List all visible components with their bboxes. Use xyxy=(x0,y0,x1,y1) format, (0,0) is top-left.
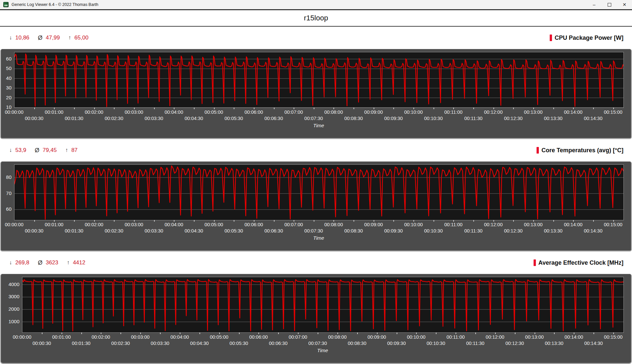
x-axis-label: 00:05:00 xyxy=(204,222,223,227)
min-value: 10,86 xyxy=(15,35,30,41)
x-axis-label: 00:07:00 xyxy=(284,222,303,227)
x-tick xyxy=(554,332,555,334)
legend-effective-clock: Average Effective Clock [MHz] xyxy=(534,259,623,266)
x-tick xyxy=(533,108,534,109)
x-tick xyxy=(258,332,259,334)
x-tick xyxy=(393,220,394,222)
x-axis-label: 00:11:30 xyxy=(466,341,484,346)
plot-canvas-effective-clock[interactable] xyxy=(22,277,624,333)
x-tick xyxy=(416,332,417,334)
max-arrow-icon: ↑ xyxy=(65,147,68,154)
chart-svg xyxy=(14,165,623,220)
x-tick xyxy=(453,108,454,109)
x-axis-label: 00:08:00 xyxy=(328,334,347,340)
x-tick xyxy=(574,332,574,334)
close-button[interactable]: ✕ xyxy=(617,0,632,9)
min-value: 53,9 xyxy=(15,147,26,154)
x-axis-label: 00:02:00 xyxy=(85,109,103,115)
x-axis-label: 00:05:00 xyxy=(204,109,223,115)
x-tick xyxy=(473,220,474,222)
y-axis-label: 4000 xyxy=(1,281,19,288)
x-axis-label: 00:06:00 xyxy=(249,334,268,340)
x-axis-label: 00:02:30 xyxy=(105,116,123,121)
x-tick xyxy=(613,220,614,222)
max-value: 4412 xyxy=(73,259,85,266)
app-window: Generic Log Viewer 6.4 - © 2022 Thomas B… xyxy=(0,0,632,364)
x-axis-label: 00:06:30 xyxy=(264,228,283,233)
x-axis-label: 00:09:30 xyxy=(387,341,406,346)
x-axis-label: 00:10:30 xyxy=(427,341,445,346)
min-arrow-icon: ↓ xyxy=(9,35,12,41)
x-tick xyxy=(453,220,454,222)
min-value: 269,8 xyxy=(15,259,30,266)
legend-label: Core Temperatures (avg) [°C] xyxy=(541,147,623,154)
x-tick xyxy=(234,220,234,222)
x-tick xyxy=(318,332,318,334)
chart-panel-cpu-power: 10203040506000:00:0000:01:0000:02:0000:0… xyxy=(0,49,632,139)
x-tick xyxy=(114,108,115,109)
x-axis-label: 00:14:30 xyxy=(584,341,603,346)
max-value: 65,00 xyxy=(74,35,89,41)
x-tick xyxy=(94,220,95,222)
x-axis-label: 00:11:30 xyxy=(464,116,482,121)
x-axis-label: 00:03:30 xyxy=(145,116,163,121)
maximize-button[interactable] xyxy=(602,0,617,9)
x-axis-label: 00:05:30 xyxy=(224,228,243,233)
x-tick xyxy=(593,220,594,222)
x-axis-label: 00:08:30 xyxy=(344,228,363,233)
minimize-button[interactable]: – xyxy=(587,0,602,9)
x-tick xyxy=(154,108,155,109)
x-axis-label: 00:12:30 xyxy=(504,228,522,233)
legend-color-bar xyxy=(534,259,536,266)
x-axis-label: 00:07:30 xyxy=(304,116,323,121)
x-axis-label: 00:14:00 xyxy=(564,109,582,115)
x-axis-label: 00:09:00 xyxy=(367,334,386,340)
x-tick xyxy=(495,332,496,334)
x-axis-label: 00:01:30 xyxy=(72,341,90,346)
x-axis-label: 00:05:30 xyxy=(229,341,248,346)
x-axis-label: 00:04:00 xyxy=(165,222,183,227)
max-arrow-icon: ↑ xyxy=(67,259,70,266)
x-tick xyxy=(254,108,254,109)
x-tick xyxy=(219,332,220,334)
x-axis-label: 00:07:30 xyxy=(304,228,323,233)
x-tick xyxy=(94,108,95,109)
x-axis-label: 00:02:00 xyxy=(85,222,103,227)
avg-value: 79,45 xyxy=(43,147,57,154)
x-tick xyxy=(294,220,294,222)
x-tick xyxy=(34,108,35,109)
x-tick xyxy=(613,108,614,109)
legend-color-bar xyxy=(537,147,539,154)
x-axis-label: 00:02:30 xyxy=(111,341,130,346)
stats-row: ↓ 53,9 Ø 79,45 ↑ 87 Core Temperatures (a… xyxy=(0,139,632,161)
legend-label: Average Effective Clock [MHz] xyxy=(539,259,623,266)
x-tick xyxy=(254,220,254,222)
plot-canvas-cpu-power[interactable] xyxy=(14,52,624,108)
x-axis-label: 00:11:00 xyxy=(444,109,462,115)
plot-canvas-core-temps[interactable] xyxy=(14,164,624,220)
series-line xyxy=(14,54,623,107)
x-tick xyxy=(593,108,594,109)
x-axis-label: 00:15:00 xyxy=(604,334,622,340)
x-axis-label: 00:06:00 xyxy=(245,222,263,227)
x-tick xyxy=(515,332,515,334)
x-axis-label: 00:04:30 xyxy=(190,341,209,346)
x-axis-label: 00:10:00 xyxy=(404,222,423,227)
x-tick xyxy=(54,220,55,222)
y-axis-label: 70 xyxy=(1,190,12,197)
x-axis-label: 00:10:00 xyxy=(407,334,425,340)
x-tick xyxy=(101,332,101,334)
y-axis-label: 40 xyxy=(1,75,12,82)
page-title: r15loop xyxy=(304,14,328,22)
x-tick xyxy=(134,220,135,222)
x-axis-label: 00:00:30 xyxy=(25,228,43,233)
x-axis-label: 00:08:00 xyxy=(324,222,343,227)
window-controls: – ✕ xyxy=(587,0,632,9)
x-tick xyxy=(274,108,275,109)
x-axis-label: 00:01:30 xyxy=(65,228,83,233)
x-axis-label: 00:08:00 xyxy=(324,109,343,115)
x-tick xyxy=(434,220,434,222)
x-axis-label: 00:00:00 xyxy=(5,109,23,115)
page-header: r15loop xyxy=(0,10,632,26)
x-tick xyxy=(436,332,436,334)
